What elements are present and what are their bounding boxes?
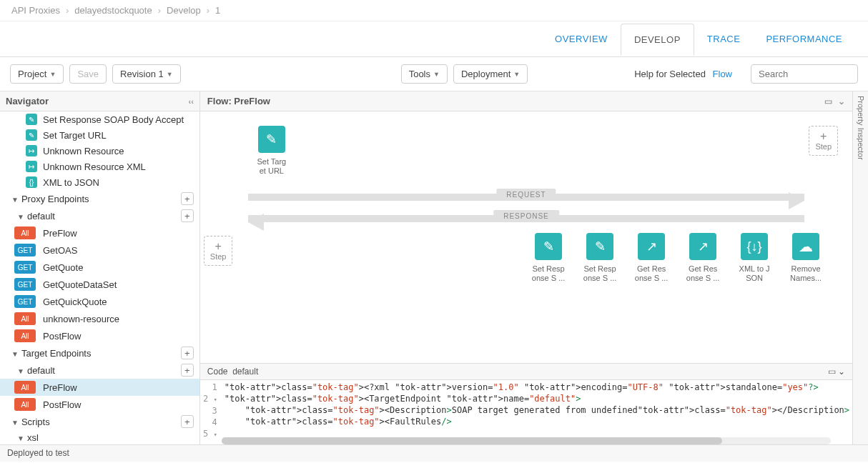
chevron-down-icon: ▼: [11, 350, 19, 358]
method-badge: GET: [14, 295, 36, 308]
proxy-flow-item[interactable]: GETGetOAS: [0, 242, 199, 259]
chevron-down-icon: ▼: [11, 196, 19, 204]
add-script-button[interactable]: +: [181, 415, 194, 428]
method-badge: GET: [14, 244, 36, 257]
chevron-down-icon: ▼: [17, 434, 24, 442]
toolbar: Project▼ Save Revision 1▼ Tools▼ Deploym…: [0, 57, 868, 91]
pencil-icon: ✎: [586, 233, 613, 260]
chevron-icon[interactable]: ⌄: [838, 96, 845, 106]
policy-step[interactable]: ☁✓RemoveNames...: [784, 233, 827, 283]
add-flow-button[interactable]: +: [181, 364, 194, 377]
policy-step[interactable]: ↗Get Resonse S ...: [681, 233, 724, 283]
method-badge: All: [14, 312, 36, 325]
layout-icon[interactable]: ▭: [828, 367, 836, 377]
section-scripts[interactable]: ▼Scripts +: [0, 413, 199, 430]
response-flow-line: RESPONSE: [232, 211, 820, 226]
crumb-proxy-name[interactable]: delayedstockquote: [74, 5, 152, 16]
policy-item[interactable]: ↦Unknown Resource XML: [0, 159, 199, 174]
deployment-button[interactable]: Deployment▼: [453, 64, 528, 84]
policy-step[interactable]: {↓}XML to JSON: [733, 233, 776, 283]
layout-icon[interactable]: ▭: [824, 96, 832, 106]
tools-button[interactable]: Tools▼: [401, 64, 448, 84]
policy-item[interactable]: ✎Set Target URL: [0, 127, 199, 143]
code-editor[interactable]: 12 ▾345 ▾ "tok-attr">class="tok-tag"><?x…: [200, 380, 852, 437]
navigator-header: Navigator ‹‹: [0, 91, 199, 111]
policy-item[interactable]: ✎Set Response SOAP Body Accept: [0, 111, 199, 127]
method-badge: All: [14, 329, 36, 342]
share-icon: ↗: [638, 233, 665, 260]
arrow-icon: ↦: [26, 145, 37, 156]
braces-icon: {}: [26, 176, 37, 188]
main-tabs: OVERVIEW DEVELOP TRACE PERFORMANCE: [0, 21, 868, 57]
pencil-icon: ✎: [26, 129, 37, 141]
method-badge: All: [14, 226, 36, 239]
caret-down-icon: ▼: [49, 71, 56, 78]
policy-step[interactable]: ✎Set Target URL: [250, 126, 293, 176]
add-response-step-button[interactable]: +Step: [204, 236, 233, 266]
caret-down-icon: ▼: [433, 71, 440, 78]
add-flow-button[interactable]: +: [181, 209, 194, 222]
caret-down-icon: ▼: [513, 71, 520, 78]
method-badge: GET: [14, 278, 36, 291]
chevron-icon[interactable]: ⌄: [838, 367, 845, 377]
proxy-flow-item[interactable]: Allunknown-resource: [0, 310, 199, 327]
method-badge: All: [14, 381, 36, 394]
flow-canvas: Flow: PreFlow ▭ ⌄ ✎Set Target URL +Step …: [200, 91, 852, 444]
help-link[interactable]: Flow: [713, 69, 732, 79]
tab-performance[interactable]: PERFORMANCE: [753, 24, 855, 54]
proxy-flow-item[interactable]: GETGetQuoteDataSet: [0, 276, 199, 293]
add-proxy-endpoint-button[interactable]: +: [181, 192, 194, 205]
cloud-check-icon: ☁✓: [792, 233, 819, 260]
section-target-endpoints[interactable]: ▼Target Endpoints +: [0, 344, 199, 362]
flow-header: Flow: PreFlow ▭ ⌄: [200, 91, 852, 111]
crumb-develop[interactable]: Develop: [167, 5, 201, 16]
method-badge: All: [14, 398, 36, 411]
breadcrumb: API Proxies › delayedstockquote › Develo…: [0, 0, 868, 21]
proxy-flow-item[interactable]: AllPostFlow: [0, 327, 199, 344]
chevron-down-icon: ▼: [17, 367, 24, 375]
collapse-icon[interactable]: ‹‹: [189, 97, 194, 106]
property-inspector-collapsed[interactable]: Property Inspector: [852, 91, 868, 444]
crumb-proxies[interactable]: API Proxies: [11, 5, 60, 16]
proxy-default[interactable]: ▼default +: [0, 207, 199, 224]
target-default[interactable]: ▼default +: [0, 362, 199, 379]
status-bar: Deployed to test: [0, 444, 868, 462]
help-for-selected: Help for Selected Flow: [634, 69, 732, 79]
tab-develop[interactable]: DEVELOP: [621, 24, 694, 56]
target-flow-item[interactable]: AllPreFlow: [0, 379, 199, 396]
section-proxy-endpoints[interactable]: ▼Proxy Endpoints +: [0, 190, 199, 207]
add-target-endpoint-button[interactable]: +: [181, 347, 194, 359]
method-badge: GET: [14, 261, 36, 274]
braces-icon: {↓}: [741, 233, 768, 260]
navigator: Navigator ‹‹ ✎Set Response SOAP Body Acc…: [0, 91, 200, 444]
pencil-icon: ✎: [26, 114, 37, 125]
pencil-icon: ✎: [535, 233, 562, 260]
search-input[interactable]: [751, 64, 858, 84]
proxy-flow-item[interactable]: GETGetQuote: [0, 259, 199, 276]
policy-step[interactable]: ↗Get Resonse S ...: [630, 233, 673, 283]
caret-down-icon: ▼: [167, 71, 173, 78]
policy-step[interactable]: ✎Set Response S ...: [578, 233, 621, 283]
chevron-down-icon: ▼: [11, 419, 19, 427]
code-header: Code default ▭ ⌄: [200, 363, 852, 380]
chevron-down-icon: ▼: [17, 213, 24, 221]
policy-item[interactable]: {}XML to JSON: [0, 174, 199, 190]
policy-item[interactable]: ↦Unknown Resource: [0, 143, 199, 159]
horizontal-scrollbar[interactable]: [222, 437, 831, 444]
tab-trace[interactable]: TRACE: [694, 24, 754, 54]
arrow-icon: ↦: [26, 161, 37, 172]
request-flow-line: REQUEST: [232, 190, 820, 204]
proxy-flow-item[interactable]: GETGetQuickQuote: [0, 293, 199, 310]
share-icon: ↗: [689, 233, 716, 260]
pencil-icon: ✎: [258, 126, 285, 153]
target-flow-item[interactable]: AllPostFlow: [0, 396, 199, 413]
crumb-revision[interactable]: 1: [215, 5, 220, 16]
policy-step[interactable]: ✎Set Response S ...: [527, 233, 570, 283]
tab-overview[interactable]: OVERVIEW: [542, 24, 621, 54]
save-button[interactable]: Save: [69, 64, 107, 84]
xsl-folder[interactable]: ▼xsl: [0, 430, 199, 444]
add-request-step-button[interactable]: +Step: [809, 126, 838, 156]
proxy-flow-item[interactable]: AllPreFlow: [0, 224, 199, 242]
project-button[interactable]: Project▼: [10, 64, 64, 84]
revision-button[interactable]: Revision 1▼: [112, 64, 181, 84]
